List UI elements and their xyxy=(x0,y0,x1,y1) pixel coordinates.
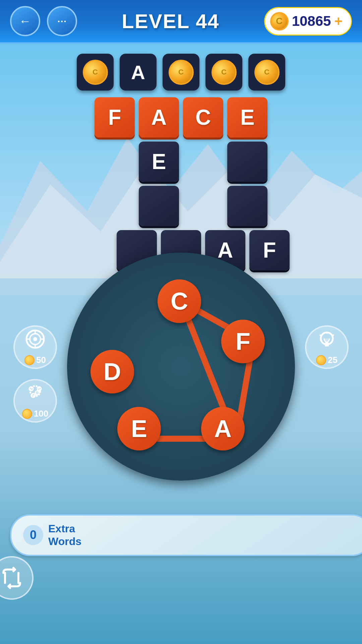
reward-coin-1: C xyxy=(83,60,108,85)
cell-1-1: F xyxy=(95,97,135,138)
target-power-btn[interactable]: 50 xyxy=(13,325,57,369)
target-cost-row: 50 xyxy=(24,355,46,365)
back-button[interactable]: ← xyxy=(10,6,40,36)
reward-coin-4: C xyxy=(212,60,237,85)
reward-letter-a: A xyxy=(131,61,145,84)
shuffle-arrows-icon xyxy=(0,566,23,590)
letter-node-d[interactable]: D xyxy=(90,350,134,393)
letter-wheel: C D E A F xyxy=(67,253,295,481)
shuffle-power-btn[interactable]: 100 xyxy=(13,379,57,423)
letter-node-a[interactable]: A xyxy=(201,407,245,450)
coins-amount: 10865 xyxy=(292,13,331,29)
target-icon xyxy=(25,329,45,353)
extra-words-count: 0 xyxy=(23,525,43,545)
cell-2-3 xyxy=(227,142,267,182)
cell-2-1: E xyxy=(139,142,179,182)
letter-node-c[interactable]: C xyxy=(158,279,201,323)
extra-words-button[interactable]: 0 ExtraWords xyxy=(10,514,362,556)
shuffle-cost-row: 100 xyxy=(22,409,48,419)
reward-tile-5: C xyxy=(248,54,285,91)
reward-tile-3: C xyxy=(163,54,199,91)
coins-badge[interactable]: C 10865 + xyxy=(264,7,352,36)
bottom-shuffle-button[interactable] xyxy=(0,556,34,600)
svg-point-4 xyxy=(33,337,37,341)
coins-plus: + xyxy=(334,13,343,29)
reward-tile-1: C xyxy=(77,54,114,91)
shuffle-cost-text: 100 xyxy=(34,409,48,419)
shuffle-cost-coin xyxy=(22,409,32,419)
target-cost-text: 50 xyxy=(36,355,46,365)
header-left: ← ⋯ xyxy=(10,6,77,36)
svg-point-17 xyxy=(35,391,39,395)
cell-1-2: A xyxy=(139,97,179,138)
reward-tile-2: A xyxy=(120,54,157,91)
svg-point-19 xyxy=(37,387,41,391)
coin-icon: C xyxy=(270,12,289,31)
shuffle-icon xyxy=(25,383,45,407)
svg-rect-11 xyxy=(325,345,329,346)
reward-tile-4: C xyxy=(205,54,242,91)
hint-icon xyxy=(317,329,337,353)
letter-node-e[interactable]: E xyxy=(117,407,161,450)
grid-row-2: E xyxy=(95,142,267,182)
letter-node-f[interactable]: F xyxy=(221,320,265,363)
main-content: C A C C C F A C E E xyxy=(0,44,362,644)
target-cost-coin xyxy=(24,355,35,365)
hint-cost-row: 25 xyxy=(316,355,338,365)
cell-3-3 xyxy=(227,186,267,226)
hint-cost-text: 25 xyxy=(328,355,338,365)
svg-point-18 xyxy=(31,393,35,397)
grid-row-1: F A C E xyxy=(95,97,267,138)
grid-row-3 xyxy=(95,186,267,226)
header: ← ⋯ LEVEL 44 C 10865 + xyxy=(0,0,362,44)
hint-cost-coin xyxy=(316,355,326,365)
rewards-row: C A C C C xyxy=(0,44,362,97)
cell-3-1 xyxy=(139,186,179,226)
cell-1-4: E xyxy=(227,97,267,138)
menu-button[interactable]: ⋯ xyxy=(47,6,77,36)
cell-1-3: C xyxy=(183,97,223,138)
wheel-circle: C D E A F xyxy=(67,253,295,481)
hint-power-btn[interactable]: 25 xyxy=(305,325,349,369)
extra-words-label: ExtraWords xyxy=(48,522,81,548)
reward-coin-3: C xyxy=(169,60,194,85)
reward-coin-5: C xyxy=(254,60,280,85)
svg-rect-10 xyxy=(325,342,329,344)
svg-point-16 xyxy=(29,387,33,391)
level-title: LEVEL 44 xyxy=(122,10,220,33)
